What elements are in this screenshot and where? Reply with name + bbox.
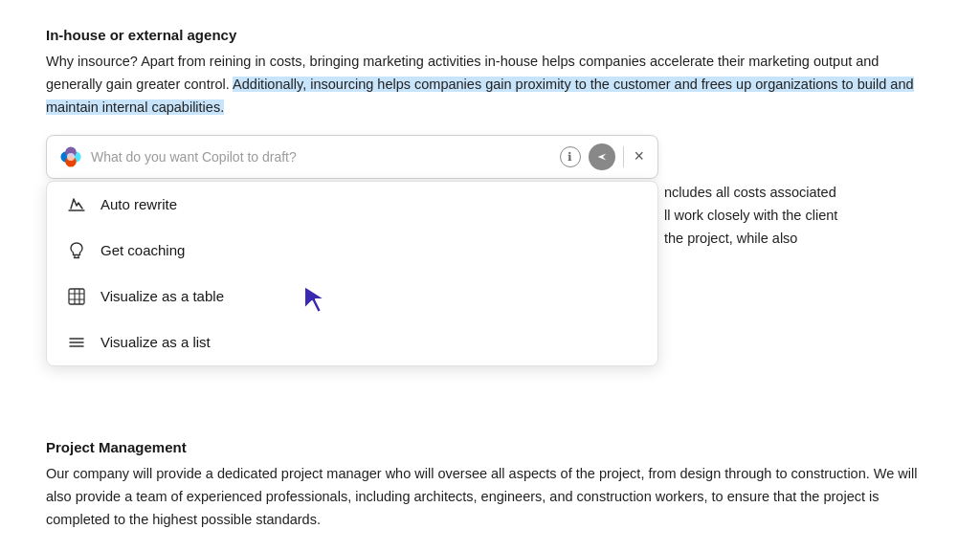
visualize-list-label: Visualize as a list xyxy=(100,334,211,350)
auto-rewrite-icon xyxy=(66,194,87,215)
get-coaching-icon xyxy=(66,240,87,261)
copilot-dropdown: Auto rewrite Get coaching xyxy=(46,181,658,366)
visualize-table-label: Visualize as a table xyxy=(100,288,224,304)
copilot-send-button[interactable] xyxy=(589,143,615,170)
copilot-close-button[interactable]: × xyxy=(632,146,646,166)
copilot-logo-icon xyxy=(58,144,83,169)
copilot-info-button[interactable]: ℹ xyxy=(560,146,581,167)
send-icon xyxy=(595,150,609,164)
right-partial-text: ncludes all costs associatedll work clos… xyxy=(664,182,951,260)
section3-heading: Project Management xyxy=(46,439,934,455)
svg-rect-5 xyxy=(69,289,84,304)
visualize-list-icon xyxy=(66,332,87,353)
copilot-bar-wrapper: ℹ × Auto rewri xyxy=(46,135,934,179)
svg-point-4 xyxy=(67,153,75,161)
section3-paragraph: Our company will provide a dedicated pro… xyxy=(46,463,934,532)
bar-divider xyxy=(623,146,625,167)
document-area: In-house or external agency Why insource… xyxy=(0,0,980,206)
dropdown-item-visualize-list[interactable]: Visualize as a list xyxy=(47,320,657,365)
section3-area: Project Management Our company will prov… xyxy=(46,439,934,551)
dropdown-item-visualize-table[interactable]: Visualize as a table xyxy=(47,274,657,320)
section1-heading: In-house or external agency xyxy=(46,27,934,43)
dropdown-item-auto-rewrite[interactable]: Auto rewrite xyxy=(47,182,657,228)
dropdown-item-get-coaching[interactable]: Get coaching xyxy=(47,228,657,274)
section1-paragraph: Why insource? Apart from reining in cost… xyxy=(46,51,934,120)
copilot-bar[interactable]: ℹ × xyxy=(46,135,658,179)
copilot-input[interactable] xyxy=(91,149,552,165)
visualize-table-icon xyxy=(66,286,87,307)
auto-rewrite-label: Auto rewrite xyxy=(100,196,177,212)
highlighted-text: Additionally, insourcing helps companies… xyxy=(46,77,914,115)
get-coaching-label: Get coaching xyxy=(100,242,185,258)
